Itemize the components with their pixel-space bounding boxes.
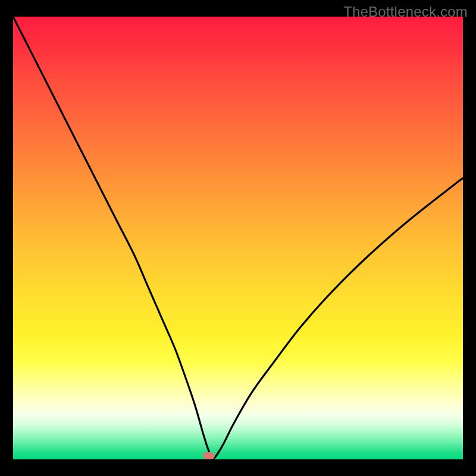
watermark-text: TheBottleneck.com xyxy=(343,4,468,20)
plot-area xyxy=(13,17,463,459)
chart-frame: TheBottleneck.com xyxy=(0,0,476,476)
optimum-marker xyxy=(203,452,215,459)
bottleneck-curve xyxy=(13,17,463,459)
